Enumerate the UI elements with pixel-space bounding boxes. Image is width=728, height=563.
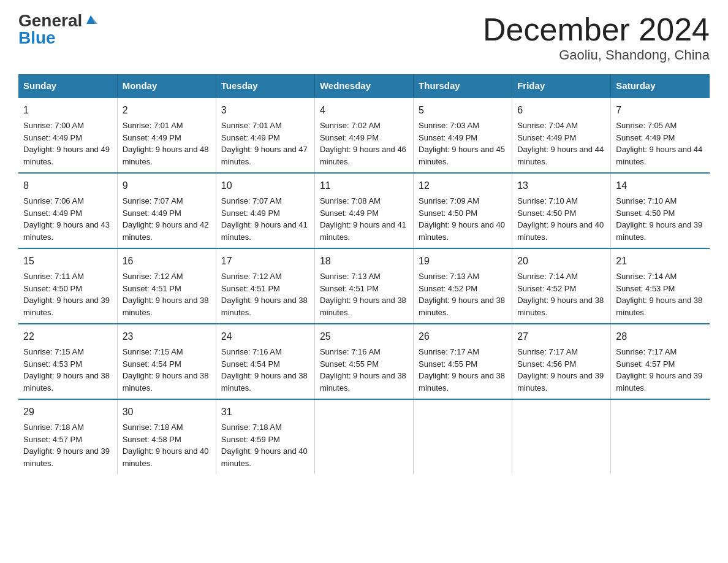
calendar-header: SundayMondayTuesdayWednesdayThursdayFrid… (18, 74, 710, 98)
day-sunrise: Sunrise: 7:07 AMSunset: 4:49 PMDaylight:… (221, 196, 308, 242)
day-sunrise: Sunrise: 7:17 AMSunset: 4:55 PMDaylight:… (419, 347, 505, 393)
calendar-cell (611, 399, 710, 474)
day-number: 16 (123, 254, 211, 269)
day-sunrise: Sunrise: 7:01 AMSunset: 4:49 PMDaylight:… (221, 121, 308, 166)
day-sunrise: Sunrise: 7:18 AMSunset: 4:59 PMDaylight:… (221, 423, 308, 468)
day-header-monday: Monday (117, 74, 216, 98)
day-number: 28 (616, 329, 705, 344)
day-header-thursday: Thursday (414, 74, 512, 98)
day-number: 19 (419, 254, 507, 269)
day-sunrise: Sunrise: 7:13 AMSunset: 4:52 PMDaylight:… (419, 272, 505, 317)
week-row-5: 29Sunrise: 7:18 AMSunset: 4:57 PMDayligh… (18, 399, 710, 474)
calendar-cell: 26Sunrise: 7:17 AMSunset: 4:55 PMDayligh… (414, 324, 512, 399)
day-number: 8 (23, 178, 112, 193)
day-sunrise: Sunrise: 7:13 AMSunset: 4:51 PMDaylight:… (320, 272, 406, 317)
day-number: 14 (616, 178, 705, 193)
calendar-cell: 13Sunrise: 7:10 AMSunset: 4:50 PMDayligh… (512, 173, 611, 248)
calendar-cell: 12Sunrise: 7:09 AMSunset: 4:50 PMDayligh… (414, 173, 512, 248)
calendar-cell: 24Sunrise: 7:16 AMSunset: 4:54 PMDayligh… (216, 324, 314, 399)
title-section: December 2024 Gaoliu, Shandong, China (483, 12, 710, 63)
day-sunrise: Sunrise: 7:07 AMSunset: 4:49 PMDaylight:… (123, 196, 209, 242)
day-number: 11 (320, 178, 408, 193)
logo: General Blue (18, 12, 97, 47)
day-number: 4 (320, 103, 408, 118)
day-header-friday: Friday (512, 74, 611, 98)
day-number: 7 (616, 103, 705, 118)
calendar-cell: 3Sunrise: 7:01 AMSunset: 4:49 PMDaylight… (216, 98, 314, 173)
day-number: 27 (517, 329, 605, 344)
week-row-3: 15Sunrise: 7:11 AMSunset: 4:50 PMDayligh… (18, 248, 710, 324)
calendar-cell: 14Sunrise: 7:10 AMSunset: 4:50 PMDayligh… (611, 173, 710, 248)
day-number: 29 (23, 405, 112, 419)
calendar-subtitle: Gaoliu, Shandong, China (483, 47, 710, 63)
week-row-1: 1Sunrise: 7:00 AMSunset: 4:49 PMDaylight… (18, 98, 710, 173)
day-sunrise: Sunrise: 7:02 AMSunset: 4:49 PMDaylight:… (320, 121, 406, 166)
calendar-cell: 10Sunrise: 7:07 AMSunset: 4:49 PMDayligh… (216, 173, 314, 248)
day-sunrise: Sunrise: 7:01 AMSunset: 4:49 PMDaylight:… (123, 121, 209, 166)
day-sunrise: Sunrise: 7:17 AMSunset: 4:57 PMDaylight:… (616, 347, 702, 393)
logo-general: General (18, 12, 82, 29)
calendar-cell: 22Sunrise: 7:15 AMSunset: 4:53 PMDayligh… (18, 324, 117, 399)
calendar-table: SundayMondayTuesdayWednesdayThursdayFrid… (18, 74, 710, 474)
day-sunrise: Sunrise: 7:18 AMSunset: 4:57 PMDaylight:… (23, 423, 110, 468)
calendar-cell: 6Sunrise: 7:04 AMSunset: 4:49 PMDaylight… (512, 98, 611, 173)
day-number: 2 (123, 103, 211, 118)
calendar-cell (414, 399, 512, 474)
week-row-4: 22Sunrise: 7:15 AMSunset: 4:53 PMDayligh… (18, 324, 710, 399)
day-number: 3 (221, 103, 309, 118)
day-number: 12 (419, 178, 507, 193)
day-number: 9 (123, 178, 211, 193)
day-sunrise: Sunrise: 7:06 AMSunset: 4:49 PMDaylight:… (23, 196, 110, 242)
calendar-cell: 19Sunrise: 7:13 AMSunset: 4:52 PMDayligh… (414, 248, 512, 324)
day-sunrise: Sunrise: 7:16 AMSunset: 4:55 PMDaylight:… (320, 347, 406, 393)
calendar-cell: 1Sunrise: 7:00 AMSunset: 4:49 PMDaylight… (18, 98, 117, 173)
day-sunrise: Sunrise: 7:16 AMSunset: 4:54 PMDaylight:… (221, 347, 308, 393)
day-number: 6 (517, 103, 605, 118)
day-number: 18 (320, 254, 408, 269)
day-number: 25 (320, 329, 408, 344)
day-sunrise: Sunrise: 7:12 AMSunset: 4:51 PMDaylight:… (221, 272, 308, 317)
day-number: 20 (517, 254, 605, 269)
day-number: 15 (23, 254, 112, 269)
day-header-saturday: Saturday (611, 74, 710, 98)
day-number: 30 (123, 405, 211, 419)
day-number: 24 (221, 329, 309, 344)
logo-triangle-icon (84, 13, 97, 26)
calendar-cell: 27Sunrise: 7:17 AMSunset: 4:56 PMDayligh… (512, 324, 611, 399)
calendar-cell: 25Sunrise: 7:16 AMSunset: 4:55 PMDayligh… (314, 324, 413, 399)
day-number: 26 (419, 329, 507, 344)
calendar-cell: 4Sunrise: 7:02 AMSunset: 4:49 PMDaylight… (314, 98, 413, 173)
week-row-2: 8Sunrise: 7:06 AMSunset: 4:49 PMDaylight… (18, 173, 710, 248)
calendar-cell: 20Sunrise: 7:14 AMSunset: 4:52 PMDayligh… (512, 248, 611, 324)
calendar-cell: 23Sunrise: 7:15 AMSunset: 4:54 PMDayligh… (117, 324, 216, 399)
calendar-cell: 15Sunrise: 7:11 AMSunset: 4:50 PMDayligh… (18, 248, 117, 324)
calendar-cell: 7Sunrise: 7:05 AMSunset: 4:49 PMDaylight… (611, 98, 710, 173)
day-number: 23 (123, 329, 211, 344)
calendar-cell (314, 399, 413, 474)
day-sunrise: Sunrise: 7:10 AMSunset: 4:50 PMDaylight:… (517, 196, 604, 242)
day-sunrise: Sunrise: 7:17 AMSunset: 4:56 PMDaylight:… (517, 347, 604, 393)
day-number: 10 (221, 178, 309, 193)
day-sunrise: Sunrise: 7:15 AMSunset: 4:54 PMDaylight:… (123, 347, 209, 393)
calendar-cell: 16Sunrise: 7:12 AMSunset: 4:51 PMDayligh… (117, 248, 216, 324)
day-sunrise: Sunrise: 7:09 AMSunset: 4:50 PMDaylight:… (419, 196, 505, 242)
day-sunrise: Sunrise: 7:11 AMSunset: 4:50 PMDaylight:… (23, 272, 110, 317)
day-sunrise: Sunrise: 7:05 AMSunset: 4:49 PMDaylight:… (616, 121, 702, 166)
day-sunrise: Sunrise: 7:14 AMSunset: 4:53 PMDaylight:… (616, 272, 702, 317)
calendar-cell: 2Sunrise: 7:01 AMSunset: 4:49 PMDaylight… (117, 98, 216, 173)
calendar-cell: 8Sunrise: 7:06 AMSunset: 4:49 PMDaylight… (18, 173, 117, 248)
day-sunrise: Sunrise: 7:14 AMSunset: 4:52 PMDaylight:… (517, 272, 604, 317)
day-sunrise: Sunrise: 7:08 AMSunset: 4:49 PMDaylight:… (320, 196, 406, 242)
calendar-cell: 9Sunrise: 7:07 AMSunset: 4:49 PMDaylight… (117, 173, 216, 248)
day-sunrise: Sunrise: 7:15 AMSunset: 4:53 PMDaylight:… (23, 347, 110, 393)
calendar-cell: 31Sunrise: 7:18 AMSunset: 4:59 PMDayligh… (216, 399, 314, 474)
day-sunrise: Sunrise: 7:18 AMSunset: 4:58 PMDaylight:… (123, 423, 209, 468)
day-sunrise: Sunrise: 7:10 AMSunset: 4:50 PMDaylight:… (616, 196, 702, 242)
page-header: General Blue December 2024 Gaoliu, Shand… (18, 12, 710, 63)
calendar-cell: 29Sunrise: 7:18 AMSunset: 4:57 PMDayligh… (18, 399, 117, 474)
day-number: 1 (23, 103, 112, 118)
calendar-cell (512, 399, 611, 474)
day-header-tuesday: Tuesday (216, 74, 314, 98)
day-number: 17 (221, 254, 309, 269)
day-sunrise: Sunrise: 7:03 AMSunset: 4:49 PMDaylight:… (419, 121, 505, 166)
